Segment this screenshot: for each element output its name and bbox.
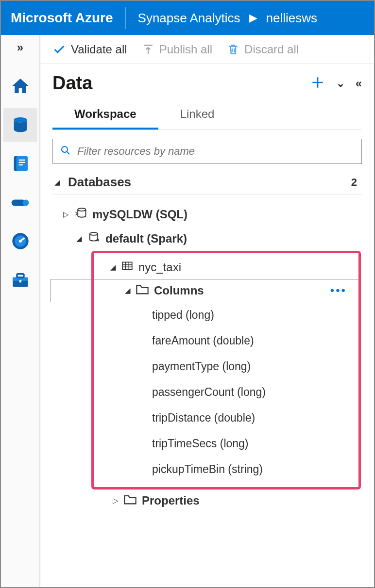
nav-data[interactable] (3, 108, 37, 142)
discard-label: Discard all (244, 43, 299, 56)
scrollbar-divider (370, 37, 370, 585)
folder-icon (123, 493, 137, 508)
filter-input[interactable] (77, 145, 355, 158)
column-item[interactable]: tripDistance (double) (94, 405, 358, 431)
svg-point-15 (62, 147, 68, 152)
svg-point-7 (22, 200, 29, 206)
db-spark-label: default (Spark) (105, 232, 187, 245)
gauge-icon (11, 231, 30, 251)
home-icon (11, 76, 30, 96)
action-toolbar: Validate all Publish all Discard all (40, 35, 374, 64)
filter-box[interactable] (52, 139, 362, 164)
caret-down-icon (74, 234, 84, 243)
columns-folder[interactable]: Columns ••• (94, 279, 358, 302)
data-tabs: Workspace Linked (52, 102, 362, 130)
check-icon (52, 43, 66, 56)
table-icon (121, 260, 134, 275)
db-node-spark[interactable]: default (Spark) (52, 227, 362, 251)
databases-section-header[interactable]: Databases 2 (52, 175, 362, 195)
collapse-nav-icon[interactable]: » (17, 41, 23, 54)
panel-title: Data (52, 73, 92, 94)
table-label: nyc_taxi (138, 261, 181, 274)
breadcrumb: Synapse Analytics ▶ nelliesws (138, 11, 318, 26)
columns-label: Columns (154, 284, 204, 297)
svg-rect-4 (18, 162, 25, 163)
content-area: Validate all Publish all Discard all Dat… (40, 35, 374, 587)
toolbox-icon (10, 270, 31, 290)
panel-actions: ⌄ « (310, 75, 362, 92)
column-item[interactable]: paymentType (long) (94, 354, 358, 379)
product-name[interactable]: Microsoft Azure (11, 10, 113, 26)
nav-manage[interactable] (3, 263, 37, 297)
db-node-sqldw[interactable]: mySQLDW (SQL) (52, 202, 362, 227)
properties-folder[interactable]: Properties (111, 490, 362, 508)
chevron-right-icon: ▶ (249, 12, 257, 24)
add-button[interactable] (310, 75, 325, 92)
svg-rect-14 (19, 280, 21, 282)
publish-all-button[interactable]: Publish all (142, 43, 212, 56)
database-tree: mySQLDW (SQL) default (Spark) nyc_taxi (52, 202, 362, 508)
validate-label: Validate all (71, 43, 127, 56)
svg-rect-3 (18, 160, 25, 161)
left-nav: » (1, 35, 40, 587)
caret-down-icon (108, 263, 118, 272)
svg-point-10 (19, 240, 22, 243)
highlighted-table-region: nyc_taxi Columns ••• tipped (long) fareA… (91, 251, 361, 490)
svg-rect-13 (17, 274, 24, 278)
databases-label: Databases (68, 175, 131, 190)
svg-point-0 (14, 117, 27, 123)
breadcrumb-service[interactable]: Synapse Analytics (138, 11, 240, 26)
table-node-nyctaxi[interactable]: nyc_taxi (94, 256, 358, 279)
properties-label: Properties (142, 494, 200, 507)
breadcrumb-workspace[interactable]: nelliesws (266, 11, 318, 26)
svg-point-16 (78, 208, 85, 211)
sql-db-icon (74, 206, 87, 223)
nav-integrate[interactable] (3, 185, 37, 219)
caret-down-icon (123, 286, 133, 295)
nav-home[interactable] (3, 69, 37, 103)
expand-icon[interactable]: ⌄ (336, 77, 345, 90)
column-item[interactable]: pickupTimeBin (string) (94, 457, 358, 482)
azure-header: Microsoft Azure Synapse Analytics ▶ nell… (1, 1, 374, 35)
db-sqldw-label: mySQLDW (SQL) (92, 208, 188, 221)
nav-develop[interactable] (3, 147, 37, 180)
publish-label: Publish all (159, 43, 212, 56)
svg-point-17 (90, 232, 98, 235)
notebook-icon (11, 154, 30, 173)
svg-rect-5 (18, 164, 22, 165)
pipeline-icon (10, 192, 31, 213)
collapse-panel-icon[interactable]: « (356, 77, 362, 90)
column-item[interactable]: tipped (long) (94, 302, 358, 328)
more-actions-icon[interactable]: ••• (330, 284, 347, 297)
search-icon (60, 145, 71, 158)
spark-db-icon (87, 230, 101, 247)
caret-right-icon (111, 496, 120, 505)
nav-monitor[interactable] (3, 224, 37, 258)
header-divider (125, 7, 126, 29)
svg-rect-2 (16, 156, 27, 171)
discard-all-button[interactable]: Discard all (227, 43, 299, 56)
caret-down-icon (52, 178, 62, 187)
column-item[interactable]: passengerCount (long) (94, 379, 358, 405)
database-icon (11, 115, 30, 134)
validate-all-button[interactable]: Validate all (52, 43, 127, 56)
column-item[interactable]: fareAmount (double) (94, 328, 358, 354)
panel-header: Data ⌄ « (52, 73, 362, 94)
databases-count: 2 (351, 176, 362, 189)
upload-icon (142, 43, 154, 56)
folder-icon (136, 283, 149, 298)
caret-right-icon (61, 210, 71, 219)
tab-linked[interactable]: Linked (158, 102, 237, 130)
svg-rect-18 (122, 262, 132, 269)
column-item[interactable]: tripTimeSecs (long) (94, 431, 358, 457)
trash-icon (227, 43, 239, 56)
tab-workspace[interactable]: Workspace (52, 102, 158, 130)
